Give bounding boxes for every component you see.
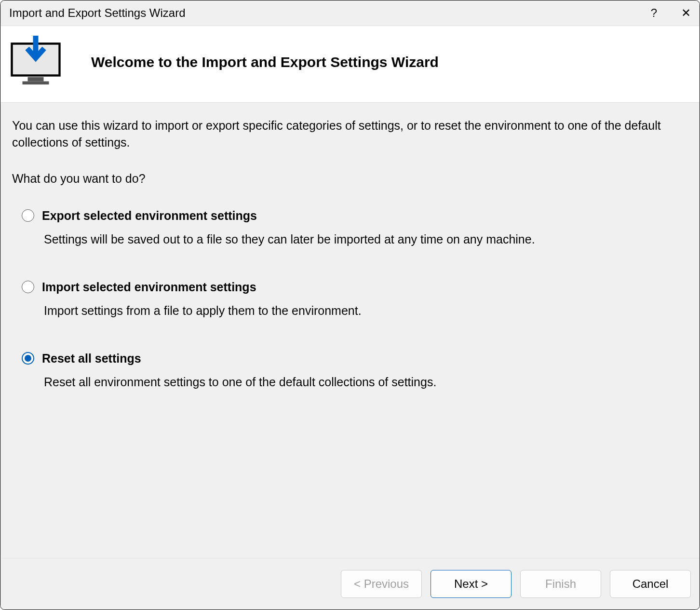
option-import[interactable]: Import selected environment settings Imp… — [22, 279, 688, 319]
window-controls: ? ✕ — [651, 6, 691, 20]
option-import-title: Import selected environment settings — [42, 279, 688, 296]
option-export-text: Export selected environment settings Set… — [42, 207, 688, 248]
option-reset-title: Reset all settings — [42, 350, 688, 367]
close-button[interactable]: ✕ — [681, 6, 691, 20]
wizard-header: Welcome to the Import and Export Setting… — [0, 26, 700, 103]
option-import-text: Import selected environment settings Imp… — [42, 279, 688, 319]
option-reset[interactable]: Reset all settings Reset all environment… — [22, 350, 688, 391]
wizard-footer: < Previous Next > Finish Cancel — [0, 558, 700, 610]
wizard-content: You can use this wizard to import or exp… — [0, 103, 700, 558]
option-export-desc: Settings will be saved out to a file so … — [42, 231, 688, 248]
wizard-dialog: Import and Export Settings Wizard ? ✕ We… — [0, 0, 700, 610]
titlebar: Import and Export Settings Wizard ? ✕ — [0, 0, 700, 26]
radio-reset[interactable] — [22, 352, 34, 365]
svg-rect-1 — [28, 77, 44, 81]
finish-button[interactable]: Finish — [520, 570, 601, 598]
previous-button[interactable]: < Previous — [341, 570, 422, 598]
option-export-title: Export selected environment settings — [42, 207, 688, 224]
radio-export[interactable] — [22, 209, 34, 222]
intro-text: You can use this wizard to import or exp… — [12, 117, 688, 151]
wizard-heading: Welcome to the Import and Export Setting… — [91, 54, 439, 70]
window-title: Import and Export Settings Wizard — [9, 6, 185, 20]
prompt-text: What do you want to do? — [12, 170, 688, 187]
option-export[interactable]: Export selected environment settings Set… — [22, 207, 688, 248]
radio-import[interactable] — [22, 281, 34, 293]
import-monitor-icon — [9, 36, 62, 89]
options-group: Export selected environment settings Set… — [12, 207, 688, 391]
next-button[interactable]: Next > — [431, 570, 512, 598]
option-reset-text: Reset all settings Reset all environment… — [42, 350, 688, 391]
option-reset-desc: Reset all environment settings to one of… — [42, 374, 688, 391]
help-button[interactable]: ? — [651, 6, 657, 20]
svg-rect-2 — [23, 81, 49, 85]
cancel-button[interactable]: Cancel — [610, 570, 691, 598]
option-import-desc: Import settings from a file to apply the… — [42, 302, 688, 319]
